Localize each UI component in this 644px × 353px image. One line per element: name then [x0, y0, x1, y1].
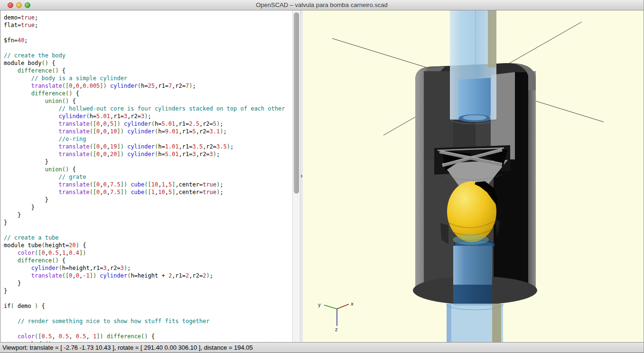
code-line: flat=true;: [4, 21, 292, 29]
viewport-3d[interactable]: y x z: [303, 10, 644, 343]
code-line: translate([0,0,10]) cylinder(h=9.01,r1=5…: [4, 128, 292, 135]
code-line: [4, 310, 292, 317]
code-line: }: [4, 287, 292, 295]
code-line: translate([0,0,5]) cylinder(h=5.01,r1=2.…: [4, 120, 292, 128]
code-line: translate([0,0,7.5]) cube([1,10,5],cente…: [4, 188, 292, 196]
code-line: color([0,0.5,1,0.4]): [4, 249, 292, 257]
lower-tube-column: [453, 240, 494, 306]
code-lines: demo=true;flat=true;$fn=40;// create the…: [1, 10, 292, 343]
code-line: cylinder(h=5.01,r1=3,r2=3);: [4, 112, 292, 120]
code-line: [4, 44, 292, 52]
code-line: translate([0,0,0.005]) cylinder(h=25,r1=…: [4, 82, 292, 90]
bottom-tube: [447, 304, 503, 343]
code-line: [4, 295, 292, 302]
openscad-window: OpenSCAD – valvula para bomba carneiro.s…: [0, 0, 644, 353]
code-line: }: [4, 196, 292, 204]
code-line: difference() {: [4, 257, 292, 264]
scrollbar-thumb[interactable]: [294, 12, 299, 194]
code-line: }: [4, 219, 292, 226]
code-line: module body() {: [4, 59, 292, 67]
axis-label-z: z: [335, 327, 337, 332]
code-line: }: [4, 204, 292, 211]
code-line: cylinder(h=height,r1=3,r2=3);: [4, 264, 292, 272]
editor-scrollbar[interactable]: [292, 10, 300, 343]
code-line: //o-ring: [4, 135, 292, 143]
code-line: // hollwed-out core is four cylinders st…: [4, 105, 292, 112]
code-line: translate([0,0,7.5]) cube([10,1,5],cente…: [4, 181, 292, 188]
code-line: union() {: [4, 166, 292, 173]
code-line: }: [4, 158, 292, 166]
code-line: translate([0,0,19]) cylinder(h=1.01,r1=3…: [4, 143, 292, 150]
code-line: }: [4, 279, 292, 287]
code-line: translate([0,0,20]) cylinder(h=5.01,r1=3…: [4, 150, 292, 158]
code-line: // create the body: [4, 52, 292, 59]
code-line: translate([0,0,-1]) cylinder(h=height + …: [4, 272, 292, 279]
code-line: // grate: [4, 173, 292, 181]
code-line: [4, 325, 292, 333]
code-line: // render something nice to show how stu…: [4, 317, 292, 325]
window-title: OpenSCAD – valvula para bomba carneiro.s…: [0, 0, 644, 10]
code-line: demo=true;: [4, 14, 292, 21]
code-line: module tube(height=20) {: [4, 242, 292, 249]
code-editor[interactable]: demo=true;flat=true;$fn=40;// create the…: [0, 10, 292, 343]
title-bar[interactable]: OpenSCAD – valvula para bomba carneiro.s…: [0, 0, 644, 10]
code-line: }: [4, 211, 292, 219]
code-line: $fn=40;: [4, 37, 292, 44]
render-canvas[interactable]: y x z: [303, 10, 644, 343]
viewport-status-text: Viewport: translate = [ -2.76 -1.73 10.4…: [2, 344, 253, 351]
splitter-handle-icon: [301, 175, 302, 177]
code-line: difference() {: [4, 90, 292, 97]
main-content: demo=true;flat=true;$fn=40;// create the…: [0, 10, 644, 343]
status-bar: Viewport: translate = [ -2.76 -1.73 10.4…: [0, 342, 644, 353]
code-line: // body is a simple cylinder: [4, 74, 292, 82]
axis-label-y: y: [318, 302, 321, 307]
code-line: [4, 226, 292, 234]
code-line: [4, 29, 292, 37]
code-line: difference() {: [4, 67, 292, 74]
upper-tube: [450, 10, 496, 124]
code-line: union() {: [4, 97, 292, 105]
axis-label-x: x: [351, 301, 354, 307]
code-line: // create a tube: [4, 234, 292, 242]
code-line: if( demo ) {: [4, 302, 292, 310]
code-line: color([0.5, 0.5, 0.5, 1]) difference() {: [4, 333, 292, 340]
